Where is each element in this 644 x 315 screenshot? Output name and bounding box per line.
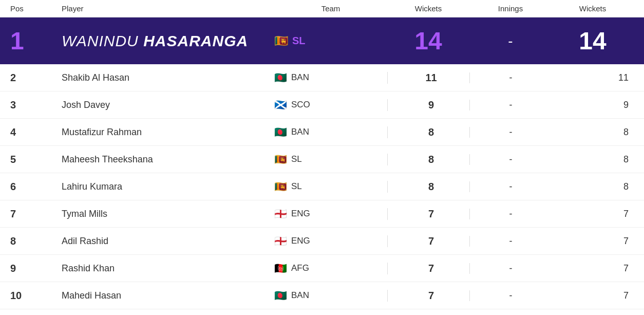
row-player: Mustafizur Rahman xyxy=(62,127,274,138)
row-wickets: 9 xyxy=(387,99,469,111)
row-pos: 2 xyxy=(10,72,62,84)
row-team: 🇧🇩 BAN xyxy=(274,71,387,84)
row-team: 🏴󠁧󠁢󠁥󠁮󠁧󠁿 ENG xyxy=(274,208,387,220)
row-team: 🏴󠁧󠁢󠁥󠁮󠁧󠁿 ENG xyxy=(274,235,387,247)
table-row: 9 Rashid Khan 🇦🇫 AFG 7 - 7 xyxy=(0,255,644,282)
header-team: Team xyxy=(274,4,387,13)
table-row: 4 Mustafizur Rahman 🇧🇩 BAN 8 - 8 xyxy=(0,119,644,146)
row-innings: - xyxy=(469,100,552,110)
flag-icon: 🇧🇩 xyxy=(274,289,287,302)
row-wickets2: 7 xyxy=(552,263,634,274)
row-wickets: 8 xyxy=(387,181,469,193)
row-wickets2: 9 xyxy=(552,100,634,110)
row-wickets: 7 xyxy=(387,263,469,274)
row-player: Mahedi Hasan xyxy=(62,290,274,301)
header-wickets2: Wickets xyxy=(552,4,634,13)
flag-icon: 🇱🇰 xyxy=(274,180,287,193)
row-wickets2: 8 xyxy=(552,154,634,165)
row-team: 🇧🇩 BAN xyxy=(274,289,387,302)
table-row: 2 Shakib Al Hasan 🇧🇩 BAN 11 - 11 xyxy=(0,64,644,91)
row-wickets: 7 xyxy=(387,208,469,220)
team-code: BAN xyxy=(291,290,309,301)
row-player: Adil Rashid xyxy=(62,236,274,247)
rank1-last-name: HASARANGA xyxy=(143,32,248,49)
rank1-wickets2: 14 xyxy=(552,27,634,55)
flag-icon: 🏴󠁧󠁢󠁳󠁣󠁴󠁿 xyxy=(274,99,287,111)
row-player: Shakib Al Hasan xyxy=(62,72,274,83)
team-code: ENG xyxy=(291,209,310,219)
row-wickets2: 8 xyxy=(552,127,634,138)
row-player: Rashid Khan xyxy=(62,263,274,274)
team-code: SL xyxy=(291,181,302,192)
team-code: ENG xyxy=(291,236,310,246)
row-innings: - xyxy=(469,263,552,274)
row-team: 🇧🇩 BAN xyxy=(274,126,387,138)
rank1-position: 1 xyxy=(10,27,62,55)
rank1-innings: - xyxy=(469,33,552,49)
flag-icon: 🇱🇰 xyxy=(274,153,287,165)
rank1-row: 1 WANINDU HASARANGA 🇱🇰 SL 14 - 14 xyxy=(0,17,644,64)
row-pos: 4 xyxy=(10,126,62,138)
flag-icon: 🇦🇫 xyxy=(274,262,287,274)
rank1-team-code: SL xyxy=(292,35,306,47)
team-code: AFG xyxy=(291,263,309,273)
row-pos: 9 xyxy=(10,263,62,274)
table-row: 8 Adil Rashid 🏴󠁧󠁢󠁥󠁮󠁧󠁿 ENG 7 - 7 xyxy=(0,228,644,255)
team-code: BAN xyxy=(291,127,309,137)
row-pos: 6 xyxy=(10,181,62,193)
rank1-player-name: WANINDU HASARANGA xyxy=(62,32,274,50)
sl-flag-rank1: 🇱🇰 xyxy=(274,34,288,48)
row-player: Maheesh Theekshana xyxy=(62,154,274,165)
row-innings: - xyxy=(469,236,552,247)
data-rows-container: 2 Shakib Al Hasan 🇧🇩 BAN 11 - 11 3 Josh … xyxy=(0,64,644,309)
header-player: Player xyxy=(62,4,274,13)
rank1-first-name: WANINDU xyxy=(62,32,143,49)
header-wickets: Wickets xyxy=(387,4,469,13)
flag-icon: 🇧🇩 xyxy=(274,71,287,84)
row-innings: - xyxy=(469,72,552,83)
row-player: Josh Davey xyxy=(62,100,274,110)
row-pos: 3 xyxy=(10,99,62,111)
row-innings: - xyxy=(469,154,552,165)
row-wickets: 11 xyxy=(387,72,469,84)
table-row: 5 Maheesh Theekshana 🇱🇰 SL 8 - 8 xyxy=(0,146,644,173)
header-pos: Pos xyxy=(10,4,62,13)
table-row: 7 Tymal Mills 🏴󠁧󠁢󠁥󠁮󠁧󠁿 ENG 7 - 7 xyxy=(0,200,644,228)
table-row: 3 Josh Davey 🏴󠁧󠁢󠁳󠁣󠁴󠁿 SCO 9 - 9 xyxy=(0,91,644,119)
row-pos: 8 xyxy=(10,235,62,247)
row-team: 🇱🇰 SL xyxy=(274,180,387,193)
flag-icon: 🏴󠁧󠁢󠁥󠁮󠁧󠁿 xyxy=(274,208,287,220)
row-wickets: 8 xyxy=(387,154,469,165)
row-wickets2: 7 xyxy=(552,290,634,301)
row-player: Lahiru Kumara xyxy=(62,181,274,192)
row-team: 🇦🇫 AFG xyxy=(274,262,387,274)
row-wickets2: 11 xyxy=(552,72,634,83)
row-wickets2: 7 xyxy=(552,236,634,247)
flag-icon: 🇧🇩 xyxy=(274,126,287,138)
row-innings: - xyxy=(469,290,552,301)
rank1-wickets: 14 xyxy=(387,27,469,55)
table-row: 10 Mahedi Hasan 🇧🇩 BAN 7 - 7 xyxy=(0,282,644,309)
row-player: Tymal Mills xyxy=(62,209,274,219)
row-innings: - xyxy=(469,127,552,138)
row-team: 🏴󠁧󠁢󠁳󠁣󠁴󠁿 SCO xyxy=(274,99,387,111)
row-wickets: 7 xyxy=(387,235,469,247)
row-pos: 7 xyxy=(10,208,62,220)
row-wickets: 7 xyxy=(387,290,469,302)
row-team: 🇱🇰 SL xyxy=(274,153,387,165)
table-row: 6 Lahiru Kumara 🇱🇰 SL 8 - 8 xyxy=(0,173,644,200)
table-header: Pos Player Team Wickets Innings Wickets xyxy=(0,0,644,17)
team-code: SL xyxy=(291,154,302,164)
row-wickets2: 7 xyxy=(552,209,634,219)
row-innings: - xyxy=(469,181,552,192)
leaderboard-table: Pos Player Team Wickets Innings Wickets … xyxy=(0,0,644,309)
flag-icon: 🏴󠁧󠁢󠁥󠁮󠁧󠁿 xyxy=(274,235,287,247)
header-innings: Innings xyxy=(469,4,552,13)
team-code: SCO xyxy=(291,100,310,110)
row-pos: 10 xyxy=(10,290,62,302)
row-pos: 5 xyxy=(10,154,62,165)
row-innings: - xyxy=(469,209,552,219)
row-wickets2: 8 xyxy=(552,181,634,192)
team-code: BAN xyxy=(291,72,309,83)
rank1-team: 🇱🇰 SL xyxy=(274,34,387,48)
